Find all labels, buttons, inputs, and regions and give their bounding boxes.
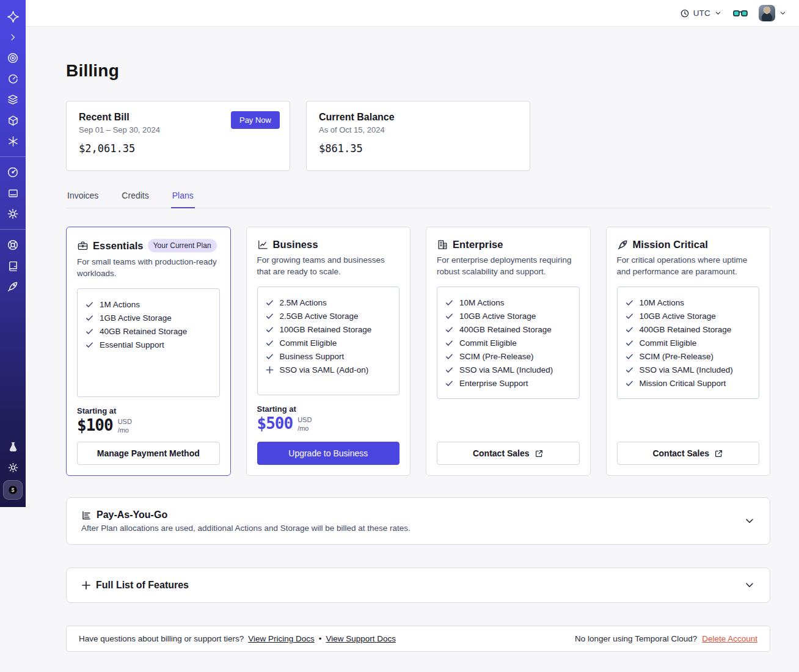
support-docs-link[interactable]: View Support Docs xyxy=(326,634,396,643)
full-features-accordion[interactable]: Full List of Features xyxy=(66,568,770,603)
feature-row: Mission Critical Support xyxy=(625,376,752,390)
namespaces-icon[interactable] xyxy=(0,48,26,68)
check-icon xyxy=(85,340,94,349)
expand-chevron-icon[interactable] xyxy=(0,27,26,48)
contact-sales-button[interactable]: Contact Sales xyxy=(617,442,760,465)
clock-icon xyxy=(680,9,690,18)
settings-gear-icon[interactable] xyxy=(0,203,26,224)
billing-coin-icon[interactable]: $ xyxy=(3,480,23,500)
check-icon xyxy=(445,325,454,334)
plan-description: For critical operations where uptime and… xyxy=(617,254,760,278)
current-balance-amount: $861.35 xyxy=(319,142,517,155)
plan-price: Starting at $100 USD/mo xyxy=(77,406,220,435)
building-icon xyxy=(437,239,448,250)
external-link-icon xyxy=(714,449,723,458)
usage-gauge-icon[interactable] xyxy=(0,162,26,183)
check-icon xyxy=(265,325,274,334)
feature-row: SCIM (Pre-Release) xyxy=(625,349,752,363)
schedules-clock-icon[interactable] xyxy=(0,68,26,89)
main-content: Billing Recent Bill Sep 01 – Sep 30, 202… xyxy=(66,27,770,652)
manage-payment-button[interactable]: Manage Payment Method xyxy=(77,442,220,465)
check-icon xyxy=(445,365,454,374)
feature-row: 1M Actions xyxy=(85,298,212,311)
billing-tabs: Invoices Credits Plans xyxy=(66,187,770,208)
tab-plans[interactable]: Plans xyxy=(171,187,195,208)
theme-sun-icon[interactable] xyxy=(0,457,26,478)
check-icon xyxy=(85,300,94,309)
incognito-glasses-icon[interactable] xyxy=(733,9,748,18)
labs-flask-icon[interactable] xyxy=(0,436,26,457)
feature-row: Business Support xyxy=(265,349,392,363)
delete-account-link[interactable]: Delete Account xyxy=(702,634,757,643)
current-balance-title: Current Balance xyxy=(319,112,517,123)
price-amount: $500 xyxy=(257,414,293,433)
plan-card-mission-critical: Mission Critical For critical operations… xyxy=(606,227,771,476)
pay-now-button[interactable]: Pay Now xyxy=(231,111,280,129)
accordion-title: Full List of Features xyxy=(96,580,189,591)
plan-card-enterprise: Enterprise For enterprise deployments re… xyxy=(426,227,591,476)
page-title: Billing xyxy=(66,61,770,81)
plan-title: Enterprise xyxy=(453,239,503,250)
feature-row: SSO via SAML (Included) xyxy=(445,363,572,376)
feature-row: 10GB Active Storage xyxy=(625,309,752,323)
nexus-asterisk-icon[interactable] xyxy=(0,131,26,152)
current-balance-card: Current Balance As of Oct 15, 2024 $861.… xyxy=(306,101,530,171)
plan-title: Essentials xyxy=(93,240,144,252)
pay-as-you-go-accordion[interactable]: Pay-As-You-Go After Plan allocations are… xyxy=(66,497,770,545)
plans-grid: Essentials Your Current Plan For small t… xyxy=(66,227,770,476)
cube-icon[interactable] xyxy=(0,110,26,131)
price-amount: $100 xyxy=(77,416,113,434)
sidebar-divider xyxy=(0,229,26,230)
plan-features-box: 10M Actions 10GB Active Storage 400GB Re… xyxy=(437,287,580,399)
chevron-down-icon xyxy=(779,9,787,17)
chevron-down-icon xyxy=(744,516,755,527)
docs-book-icon[interactable] xyxy=(0,255,26,276)
account-menu[interactable] xyxy=(759,5,787,21)
check-icon xyxy=(445,379,454,388)
batch-window-icon[interactable] xyxy=(0,183,26,203)
delete-question: No longer using Temporal Cloud? xyxy=(575,634,697,643)
support-lifebuoy-icon[interactable] xyxy=(0,235,26,255)
rocket-icon xyxy=(617,239,629,250)
plan-title: Mission Critical xyxy=(633,239,709,250)
sidebar-divider xyxy=(0,156,26,157)
current-balance-asof: As of Oct 15, 2024 xyxy=(319,125,517,134)
plan-features-box: 1M Actions 1GB Active Storage 40GB Retai… xyxy=(77,288,220,397)
feature-row: 400GB Retained Storage xyxy=(445,323,572,336)
feature-row: Essential Support xyxy=(85,338,212,351)
check-icon xyxy=(625,325,634,334)
plan-features-box: 2.5M Actions 2.5GB Active Storage 100GB … xyxy=(257,287,400,395)
upgrade-business-button[interactable]: Upgrade to Business xyxy=(257,442,400,465)
check-icon xyxy=(265,312,274,321)
timezone-selector[interactable]: UTC xyxy=(680,9,722,18)
check-icon xyxy=(445,338,454,348)
check-icon xyxy=(265,298,274,307)
check-icon xyxy=(625,338,634,348)
user-avatar xyxy=(759,5,775,21)
plan-description: For small teams with production-ready wo… xyxy=(77,256,220,280)
check-icon xyxy=(445,312,454,321)
feature-row: SSO via SAML (Included) xyxy=(625,363,752,376)
tab-credits[interactable]: Credits xyxy=(120,187,150,208)
plan-price: Starting at $500 USD/mo xyxy=(257,404,400,433)
chevron-down-icon xyxy=(714,9,722,17)
feature-row: Commit Eligible xyxy=(265,336,392,349)
feature-row: 400GB Retained Storage xyxy=(625,323,752,336)
feature-row: Enterprise Support xyxy=(445,376,572,390)
rocket-icon[interactable] xyxy=(0,276,26,297)
plus-icon xyxy=(81,580,91,590)
check-icon xyxy=(625,379,634,388)
check-icon xyxy=(445,352,454,361)
feature-row: 1GB Active Storage xyxy=(85,311,212,324)
tab-invoices[interactable]: Invoices xyxy=(66,187,100,208)
contact-sales-button[interactable]: Contact Sales xyxy=(437,442,580,465)
current-plan-badge: Your Current Plan xyxy=(148,239,217,252)
plus-icon xyxy=(265,365,274,374)
feature-row: 10GB Active Storage xyxy=(445,309,572,323)
feature-row: 40GB Retained Storage xyxy=(85,324,212,338)
layers-icon[interactable] xyxy=(0,89,26,110)
pricing-docs-link[interactable]: View Pricing Docs xyxy=(248,634,315,643)
plan-description: For growing teams and businesses that ar… xyxy=(257,254,400,278)
dot-separator: • xyxy=(319,634,322,643)
temporal-logo[interactable] xyxy=(0,6,26,27)
